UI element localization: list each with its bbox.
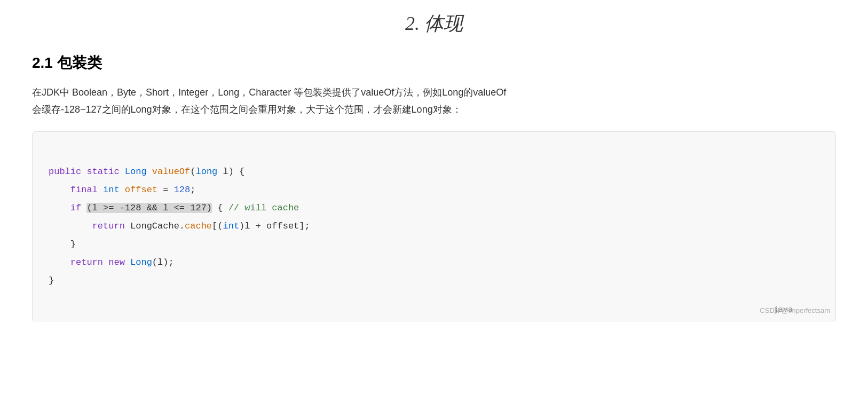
section-heading: 2.1 包装类 — [32, 53, 836, 73]
code-block-container: public static Long valueOf(long l) { fin… — [32, 131, 836, 321]
code-line-4: return LongCache.cache[(int)l + offset]; — [49, 221, 310, 231]
code-source-label: CSDN @imperfectsam — [760, 306, 830, 314]
code-line-3: if (l >= -128 && l <= 127) { // will cac… — [49, 203, 299, 213]
description-paragraph: 在JDK中 Boolean，Byte，Short，Integer，Long，Ch… — [32, 84, 836, 119]
code-content: public static Long valueOf(long l) { fin… — [49, 145, 819, 308]
section-number: 2.1 — [32, 54, 53, 71]
description-line2: 会缓存-128~127之间的Long对象，在这个范围之间会重用对象，大于这个范围… — [32, 104, 462, 115]
code-line-2: final int offset = 128; — [49, 185, 195, 195]
page-title: 2. 体现 — [32, 11, 836, 37]
section-heading-text: 包装类 — [57, 54, 102, 71]
code-line-1: public static Long valueOf(long l) { — [49, 167, 244, 177]
description-line1: 在JDK中 Boolean，Byte，Short，Integer，Long，Ch… — [32, 87, 506, 98]
code-line-5: } — [49, 239, 76, 249]
code-line-6: return new Long(l); — [49, 257, 174, 267]
code-line-7: } — [49, 275, 54, 286]
